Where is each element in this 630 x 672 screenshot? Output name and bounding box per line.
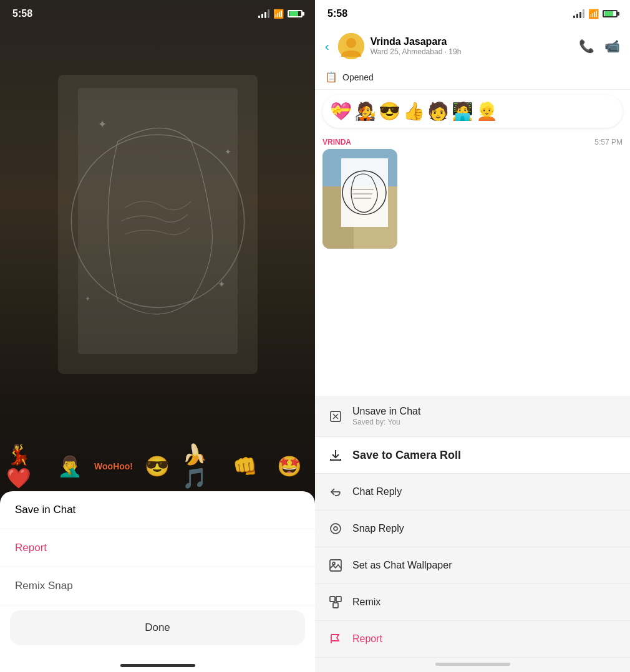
sticker-banana[interactable]: 🍌🎵 — [182, 446, 221, 487]
left-status-icons: 📶 — [258, 9, 303, 19]
report-icon — [327, 631, 344, 647]
snap-reply-icon — [327, 521, 344, 537]
opened-text: Opened — [342, 72, 374, 82]
set-wallpaper-label: Set as Chat Wallpaper — [352, 560, 452, 571]
home-indicator — [120, 664, 195, 667]
header-info: Vrinda Jasapara Ward 25, Ahmedabad · 19h — [371, 36, 573, 56]
contact-name: Vrinda Jasapara — [371, 36, 573, 47]
sticker-facepalm[interactable]: 🤦‍♂️ — [50, 446, 89, 487]
report-item-right[interactable]: Report — [315, 621, 630, 658]
left-time: 5:58 — [12, 8, 32, 19]
chat-header: ‹ Vrinda Jasapara Ward 25, Ahmedabad · 1… — [315, 27, 630, 65]
emoji-avatar1[interactable]: 🧑‍🎤 — [354, 101, 376, 122]
sticker-wow[interactable]: 🤩 — [270, 446, 309, 487]
opened-icon: 📋 — [325, 71, 337, 83]
chat-reply-label: Chat Reply — [352, 486, 402, 497]
right-panel: 5:58 📶 ‹ Vrinda Jasapara Ward 25, Ahmeda… — [315, 0, 630, 672]
svg-rect-23 — [336, 597, 341, 602]
svg-text:✦: ✦ — [84, 295, 90, 302]
snap-reply-label: Snap Reply — [352, 523, 404, 534]
video-call-button[interactable]: 📹 — [604, 39, 620, 54]
svg-point-18 — [331, 524, 341, 534]
signal-icon — [258, 9, 269, 18]
report-item[interactable]: Report — [0, 529, 315, 567]
message-sender: VRINDA 5:57 PM — [322, 138, 623, 146]
left-status-bar: 5:58 📶 — [0, 0, 315, 27]
right-status-bar: 5:58 📶 — [315, 0, 630, 27]
download-icon — [327, 447, 344, 463]
chat-reply-item[interactable]: Chat Reply — [315, 474, 630, 511]
svg-point-21 — [332, 562, 335, 565]
moon-art: ✦ ✦ ✦ ✦ — [58, 75, 258, 374]
emoji-avatar5[interactable]: 👱 — [476, 101, 498, 122]
snap-reply-item[interactable]: Snap Reply — [315, 511, 630, 547]
svg-point-8 — [346, 38, 356, 48]
sticker-row: 💃❤️ 🤦‍♂️ WooHoo! 😎 🍌🎵 👊 🤩 — [0, 441, 315, 491]
avatar-image — [338, 33, 364, 59]
svg-rect-12 — [341, 158, 388, 227]
set-wallpaper-item[interactable]: Set as Chat Wallpaper — [315, 547, 630, 584]
message-area: VRINDA 5:57 PM — [315, 133, 630, 254]
remix-snap-item[interactable]: Remix Snap — [0, 567, 315, 605]
right-time: 5:58 — [327, 8, 347, 19]
message-image[interactable] — [322, 149, 397, 249]
avatar — [338, 33, 364, 59]
sticker-woohoo[interactable]: WooHoo! — [94, 446, 133, 487]
battery-icon — [288, 10, 303, 17]
header-actions: 📞 📹 — [579, 39, 620, 54]
contact-sub: Ward 25, Ahmedabad · 19h — [371, 47, 573, 56]
sender-name: VRINDA — [322, 138, 351, 146]
context-menu: Unsave in Chat Saved by: You Save to Cam… — [315, 396, 630, 672]
wifi-icon: 📶 — [273, 9, 284, 19]
svg-point-19 — [334, 527, 337, 530]
emoji-avatar4[interactable]: 🧑‍💻 — [452, 101, 473, 122]
left-bottom-sheet: Save in Chat Report Remix Snap Done — [0, 491, 315, 672]
right-wifi-icon: 📶 — [588, 9, 599, 19]
sticker-cool[interactable]: 😎 — [138, 446, 177, 487]
unsave-in-chat-label: Unsave in Chat Saved by: You — [352, 406, 420, 426]
svg-rect-24 — [333, 603, 338, 608]
emoji-avatar3[interactable]: 🧑 — [427, 101, 449, 122]
save-camera-roll-label: Save to Camera Roll — [352, 449, 461, 462]
left-panel: ✦ ✦ ✦ ✦ 5:58 📶 💃❤️ 🤦‍♂️ WooHoo! 😎 🍌🎵 👊 🤩… — [0, 0, 315, 672]
wallpaper-icon — [327, 557, 344, 574]
remix-icon — [327, 594, 344, 610]
emoji-avatar2[interactable]: 😎 — [379, 101, 400, 122]
chat-reply-icon — [327, 484, 344, 500]
svg-text:✦: ✦ — [218, 279, 226, 289]
svg-text:✦: ✦ — [224, 147, 231, 156]
opened-label: 📋 Opened — [315, 65, 630, 90]
report-label: Report — [352, 633, 382, 645]
right-signal-icon — [573, 9, 584, 18]
svg-text:✦: ✦ — [98, 118, 107, 130]
right-home-indicator — [435, 663, 510, 666]
emoji-thumbsup[interactable]: 👍 — [403, 101, 425, 122]
emoji-strip: 💝 🧑‍🎤 😎 👍 🧑 🧑‍💻 👱 — [322, 95, 623, 128]
back-button[interactable]: ‹ — [325, 39, 329, 54]
unsave-icon — [327, 408, 344, 425]
remix-label: Remix — [352, 597, 380, 608]
message-time: 5:57 PM — [594, 138, 623, 146]
emoji-heart[interactable]: 💝 — [330, 101, 352, 122]
sticker-heart[interactable]: 💃❤️ — [6, 446, 45, 487]
right-battery-icon — [603, 10, 618, 17]
remix-item[interactable]: Remix — [315, 584, 630, 621]
save-to-camera-roll-item[interactable]: Save to Camera Roll — [315, 437, 630, 474]
phone-call-button[interactable]: 📞 — [579, 39, 594, 54]
right-status-icons: 📶 — [573, 9, 618, 19]
svg-rect-20 — [330, 560, 341, 571]
save-in-chat-item[interactable]: Save in Chat — [0, 491, 315, 529]
unsave-in-chat-item[interactable]: Unsave in Chat Saved by: You — [315, 396, 630, 437]
done-button[interactable]: Done — [10, 610, 305, 645]
svg-rect-22 — [330, 597, 335, 602]
sticker-punch[interactable]: 👊 — [226, 446, 264, 487]
